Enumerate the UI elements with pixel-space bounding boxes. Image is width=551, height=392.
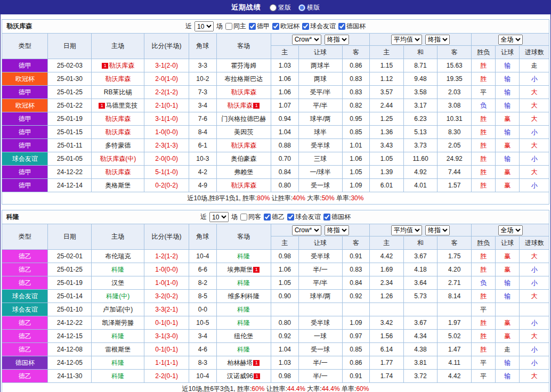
home-team-name[interactable]: 科隆 <box>111 359 124 366</box>
odds-handicap: 半/一 <box>298 356 342 370</box>
away-team-name[interactable]: 科隆 <box>237 252 250 260</box>
home-team-name[interactable]: 勒沃库森(中) <box>100 155 136 162</box>
home-team-cell: 雷根斯堡 <box>92 343 144 356</box>
avg-away: 4.20 <box>437 263 472 276</box>
avg-stage-select[interactable]: 终指 <box>425 225 450 235</box>
average-select[interactable]: 平均值 <box>391 225 422 235</box>
col-header: 比分(半场) <box>144 224 189 250</box>
avg-draw: 5.13 <box>403 126 437 139</box>
league-checkbox-1-input[interactable] <box>264 214 271 220</box>
away-team-name[interactable]: 美因茨 <box>234 128 253 136</box>
league-checkbox-3-input[interactable] <box>323 214 330 220</box>
league-checkbox-1[interactable]: 德乙 <box>264 213 285 222</box>
home-team-name[interactable]: 勒沃库森 <box>105 75 131 83</box>
recent-count-select[interactable]: 10 <box>195 21 214 31</box>
league-checkbox-2[interactable]: 球会友谊 <box>287 213 321 222</box>
away-team-name[interactable]: 勒沃库森 <box>231 88 256 96</box>
league-checkbox-4[interactable]: 德国杯 <box>338 22 366 31</box>
league-checkbox-2[interactable]: 欧冠杯 <box>272 22 299 31</box>
away-team-name[interactable]: 布拉格斯巴达 <box>224 75 263 83</box>
home-team-name[interactable]: 布伦瑞克 <box>105 252 131 260</box>
same-side-checkbox-input[interactable] <box>225 23 232 30</box>
bookmaker-select[interactable]: Crow* <box>292 35 321 45</box>
away-team-name[interactable]: 科隆 <box>237 346 250 353</box>
odds-stage-select[interactable]: 终指 <box>325 35 349 45</box>
away-team-name[interactable]: 科隆 <box>237 319 250 326</box>
same-side-checkbox-input[interactable] <box>240 214 247 220</box>
layout-option-horizontal[interactable]: 横版 <box>298 3 320 12</box>
away-team-name[interactable]: 霍芬海姆 <box>231 62 256 69</box>
home-team-name[interactable]: 科隆 <box>111 372 124 380</box>
away-team-name[interactable]: 柏林赫塔 <box>227 359 253 366</box>
avg-stage-select[interactable]: 终指 <box>425 35 450 45</box>
away-team-name[interactable]: 勒沃库森 <box>227 102 253 109</box>
home-team-name[interactable]: 多特蒙德 <box>105 142 131 149</box>
league-checkbox-3[interactable]: 德国杯 <box>323 213 351 222</box>
corners: 10-4 <box>189 370 216 383</box>
home-team-cell: 勒沃库森 <box>92 166 144 179</box>
layout-radio[interactable] <box>270 4 277 11</box>
home-team-name[interactable]: 勒沃库森 <box>105 128 131 136</box>
same-side-checkbox[interactable]: 同客 <box>240 213 261 222</box>
home-team-name[interactable]: 科隆(中) <box>106 292 129 300</box>
league-checkbox-3[interactable]: 球会友谊 <box>302 22 336 31</box>
avg-draw: 4.01 <box>403 179 437 192</box>
average-select[interactable]: 平均值 <box>391 35 422 45</box>
match-type: 德甲 <box>2 86 48 99</box>
away-team-name[interactable]: 门兴格拉德巴赫 <box>221 115 266 123</box>
same-side-checkbox[interactable]: 同主 <box>225 22 246 31</box>
recent-count-select[interactable]: 10 <box>209 212 229 222</box>
away-team-cell: 科隆 <box>216 303 271 316</box>
home-team-name[interactable]: 卢加诺(中) <box>103 306 133 313</box>
home-team-name[interactable]: 勒沃库森 <box>105 115 131 123</box>
away-team-name[interactable]: 维多利科隆 <box>228 292 260 300</box>
scope-select[interactable]: 全场 <box>498 225 523 235</box>
away-team-name[interactable]: 科隆 <box>237 279 250 287</box>
away-team-name[interactable]: 埃弗斯堡 <box>227 266 253 273</box>
section-header: 勒沃库森近10场同主德甲欧冠杯球会友谊德国杯 <box>2 19 549 33</box>
corners: 10-3 <box>189 152 216 166</box>
home-team-name[interactable]: 奥格斯堡 <box>105 182 131 189</box>
table-body: 德甲25-02-031勒沃库森3-1(2-0)3-3霍芬海姆1.03两球半0.8… <box>2 59 549 205</box>
league-checkbox-1-input[interactable] <box>249 23 256 30</box>
avg-home: 1.25 <box>370 112 404 126</box>
home-team-name[interactable]: 勒沃库森 <box>109 62 134 69</box>
away-team-name[interactable]: 弗赖堡 <box>234 168 253 176</box>
avg-draw: 3.17 <box>403 99 437 112</box>
odds-stage-select[interactable]: 终指 <box>325 225 349 235</box>
home-team-cell: 奥格斯堡 <box>92 179 144 192</box>
corners: 8-5 <box>189 290 216 303</box>
away-team-name[interactable]: 勒沃库森 <box>231 142 256 149</box>
home-team-name[interactable]: 凯泽斯劳滕 <box>102 319 134 326</box>
away-team-name[interactable]: 奥伯豪森 <box>231 155 256 162</box>
results-table: 类型日期主场比分(半场)角球客场Crow*终指平均值终指全场主让球客主和客胜负让… <box>2 33 549 205</box>
bookmaker-select[interactable]: Crow* <box>292 225 321 235</box>
odds-group-header: Crow*终指 <box>271 224 370 236</box>
away-team-name[interactable]: 汉诺威96 <box>227 372 253 380</box>
home-team-name[interactable]: 汉堡 <box>111 279 124 287</box>
home-team-name[interactable]: 科隆 <box>111 332 124 340</box>
league-checkbox-4-input[interactable] <box>338 23 345 30</box>
league-checkbox-3-input[interactable] <box>302 23 309 30</box>
home-team-name[interactable]: RB莱比锡 <box>104 88 132 96</box>
away-team-name[interactable]: 纽伦堡 <box>234 332 253 340</box>
result-outcome: 平 <box>472 370 496 383</box>
home-team-name[interactable]: 雷根斯堡 <box>105 346 131 353</box>
scope-select[interactable]: 全场 <box>498 35 523 45</box>
summary-stat-label: 让胜率: <box>270 194 293 202</box>
layout-radio[interactable] <box>298 4 305 11</box>
score: 1-0(0-0) <box>144 126 189 139</box>
league-checkbox-1[interactable]: 德甲 <box>249 22 270 31</box>
league-checkbox-2-input[interactable] <box>272 23 279 30</box>
result-group-header: 全场 <box>472 224 549 236</box>
match-date: 25-01-15 <box>48 126 92 139</box>
layout-option-label: 竖版 <box>278 3 291 12</box>
home-team-name[interactable]: 科隆 <box>111 266 124 273</box>
away-team-name[interactable]: 科隆 <box>237 306 250 313</box>
layout-option-vertical[interactable]: 竖版 <box>270 3 291 12</box>
home-team-name[interactable]: 勒沃库森 <box>105 168 131 176</box>
league-checkbox-2-input[interactable] <box>287 214 294 220</box>
away-team-name[interactable]: 勒沃库森 <box>231 182 256 189</box>
home-team-name[interactable]: 马德里竞技 <box>106 102 137 109</box>
result-goals: 小 <box>520 263 549 276</box>
